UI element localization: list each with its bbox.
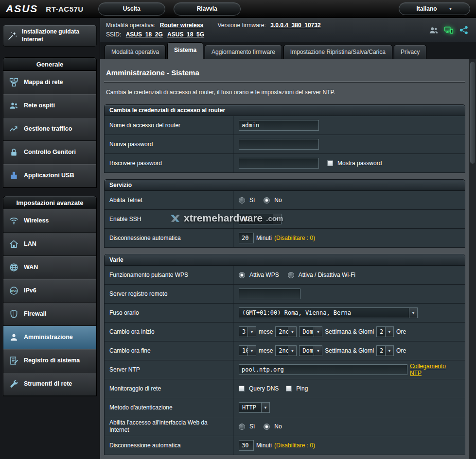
chevron-down-icon bbox=[247, 327, 256, 337]
show-password-checkbox[interactable] bbox=[327, 160, 333, 166]
credentials-section: Cambia le credenziali di accesso al rout… bbox=[104, 104, 465, 173]
auto-logout-minutes-input-2[interactable] bbox=[239, 440, 254, 451]
scrollbar-thumb[interactable] bbox=[470, 62, 475, 164]
chevron-down-icon bbox=[385, 346, 393, 356]
wps-toggle-wifi-radio[interactable] bbox=[288, 272, 294, 278]
row-label: Server registro remoto bbox=[105, 285, 234, 303]
tab-restore-save-upload[interactable]: Impostazione Ripristina/Salva/Carica bbox=[283, 45, 392, 59]
misc-section: Varie Funzionamento pulsante WPS Attiva … bbox=[104, 254, 465, 455]
sidebar-item-firewall[interactable]: Firewall bbox=[3, 303, 96, 326]
sidebar-item-guest-network[interactable]: Rete ospiti bbox=[3, 94, 96, 118]
row-label: Disconnessione automatica bbox=[105, 436, 234, 455]
sidebar-item-system-log[interactable]: Registro di sistema bbox=[3, 349, 96, 373]
sidebar-item-wireless[interactable]: Wireless bbox=[3, 209, 96, 233]
sidebar-item-traffic-manager[interactable]: Gestione traffico bbox=[3, 118, 96, 141]
op-mode-link[interactable]: Router wireless bbox=[160, 22, 203, 29]
week-days-text: Settimana & Giorni bbox=[325, 347, 374, 354]
remote-log-server-input[interactable] bbox=[239, 289, 300, 299]
dst-start-day-select[interactable]: Dom bbox=[299, 326, 322, 337]
traffic-chart-icon bbox=[9, 124, 19, 134]
quick-setup-wizard-button[interactable]: Installazione guidata Internet bbox=[3, 25, 97, 47]
chevron-down-icon bbox=[385, 327, 393, 337]
clients-icon[interactable] bbox=[428, 25, 439, 35]
tab-firmware-upgrade[interactable]: Aggiornamento firmware bbox=[205, 45, 282, 59]
sidebar-section-general: Generale bbox=[3, 58, 96, 71]
dst-end-month-select[interactable]: 10 bbox=[239, 345, 256, 356]
ssh-select[interactable]: NO bbox=[239, 214, 282, 224]
ping-label: Ping bbox=[296, 385, 308, 392]
sidebar-item-ipv6[interactable]: IPv6 IPv6 bbox=[3, 279, 96, 303]
logout-button[interactable]: Uscita bbox=[98, 2, 165, 16]
web-access-no-radio[interactable] bbox=[264, 424, 270, 430]
ntp-server-input[interactable] bbox=[239, 364, 407, 375]
row-label: Cambio ora fine bbox=[105, 341, 234, 360]
row-label: Monitoraggio di rete bbox=[105, 379, 234, 398]
timezone-select[interactable]: (GMT+01:00) Roma, Vienna, Berna bbox=[239, 307, 418, 318]
telnet-yes-radio[interactable] bbox=[239, 197, 245, 204]
auth-method-select[interactable]: HTTP bbox=[239, 402, 270, 413]
chevron-down-icon bbox=[409, 308, 417, 318]
scrollbar-track[interactable] bbox=[469, 59, 476, 459]
query-dns-checkbox[interactable] bbox=[239, 386, 245, 391]
sidebar: Installazione guidata Internet Generale … bbox=[0, 18, 100, 459]
table-row-web-access-wan: Abilita l'accesso all'interfaccia Web da… bbox=[104, 417, 465, 436]
dst-end-day-select[interactable]: Dom bbox=[299, 345, 322, 356]
retype-password-input[interactable] bbox=[239, 158, 319, 169]
tab-operation-mode[interactable]: Modalità operativa bbox=[105, 45, 166, 59]
auto-logout-minutes-input[interactable] bbox=[239, 233, 254, 243]
sidebar-item-lan[interactable]: LAN bbox=[3, 233, 96, 256]
ping-checkbox[interactable] bbox=[286, 386, 292, 391]
web-access-yes-radio[interactable] bbox=[239, 424, 245, 430]
wps-activate-radio[interactable] bbox=[239, 272, 245, 278]
web-access-yes-label: Sì bbox=[249, 423, 255, 430]
table-row-auth-method: Metodo d'autenticazione HTTP bbox=[104, 398, 465, 417]
ntp-link[interactable]: Collegamento NTP bbox=[410, 363, 460, 376]
reboot-button[interactable]: Riavvia bbox=[174, 2, 241, 16]
asus-logo: ASUS bbox=[6, 3, 38, 15]
sidebar-item-label: Strumenti di rete bbox=[24, 380, 72, 388]
sidebar-item-usb-applications[interactable]: Applicazioni USB bbox=[3, 164, 96, 187]
table-row-timezone: Fuso orario (GMT+01:00) Roma, Vienna, Be… bbox=[104, 304, 465, 323]
dst-end-week-select[interactable]: 2nd bbox=[275, 345, 297, 356]
ssid-2g-link[interactable]: ASUS_18_2G bbox=[126, 31, 163, 38]
share-icon[interactable] bbox=[458, 25, 469, 35]
sidebar-item-label: IPv6 bbox=[24, 287, 36, 294]
sidebar-item-label: Applicazioni USB bbox=[24, 172, 74, 179]
tab-system[interactable]: Sistema bbox=[167, 42, 203, 59]
table-row-retype-password: Riscrivere password Mostra password bbox=[104, 154, 465, 173]
credentials-section-title: Cambia le credenziali di accesso al rout… bbox=[104, 104, 465, 116]
sidebar-item-parental-control[interactable]: Controllo Genitori bbox=[3, 141, 96, 164]
firmware-version-link[interactable]: 3.0.0.4_380_10732 bbox=[270, 22, 320, 29]
ssid-5g-link[interactable]: ASUS_18_5G bbox=[167, 31, 204, 38]
query-dns-label: Query DNS bbox=[249, 385, 279, 392]
new-password-input[interactable] bbox=[239, 139, 319, 150]
sidebar-item-network-map[interactable]: Mappa di rete bbox=[3, 71, 96, 94]
page-description: Cambia le credenziali di accesso al rout… bbox=[104, 83, 465, 102]
sidebar-item-network-tools[interactable]: Strumenti di rete bbox=[3, 373, 96, 396]
dst-start-hour-select[interactable]: 2 bbox=[376, 326, 394, 337]
language-select[interactable]: Italiano ▼ bbox=[399, 2, 470, 15]
main-area: Modalità operativa: Router wireless Vers… bbox=[100, 18, 476, 459]
network-map-icon bbox=[9, 77, 19, 87]
sidebar-item-administration[interactable]: Amministrazione bbox=[3, 326, 96, 349]
op-mode-label: Modalità operativa: bbox=[106, 22, 155, 29]
sidebar-item-label: WAN bbox=[24, 264, 38, 271]
telnet-no-radio[interactable] bbox=[264, 197, 270, 204]
hours-text: Ore bbox=[396, 347, 406, 354]
router-login-input[interactable] bbox=[239, 120, 319, 131]
ssh-selected-value: NO bbox=[239, 214, 273, 224]
wired-devices-icon[interactable] bbox=[443, 25, 454, 35]
table-row-network-monitoring: Monitoraggio di rete Query DNS Ping bbox=[104, 379, 465, 398]
table-row-telnet: Abilita Telnet Sì No bbox=[104, 191, 465, 210]
web-access-no-label: No bbox=[274, 423, 282, 430]
person-icon bbox=[9, 332, 19, 342]
dst-start-week-select[interactable]: 2nd bbox=[275, 326, 297, 337]
dst-end-hour-select[interactable]: 2 bbox=[376, 345, 394, 356]
sidebar-group-advanced: Impostazioni avanzate Wireless LAN bbox=[3, 196, 97, 396]
sidebar-section-advanced: Impostazioni avanzate bbox=[3, 196, 96, 209]
table-row-remote-log: Server registro remoto bbox=[104, 285, 465, 304]
sidebar-item-wan[interactable]: WAN bbox=[3, 256, 96, 279]
tab-privacy[interactable]: Privacy bbox=[394, 45, 426, 59]
dst-start-month-select[interactable]: 3 bbox=[239, 326, 256, 337]
wifi-icon bbox=[9, 216, 19, 226]
